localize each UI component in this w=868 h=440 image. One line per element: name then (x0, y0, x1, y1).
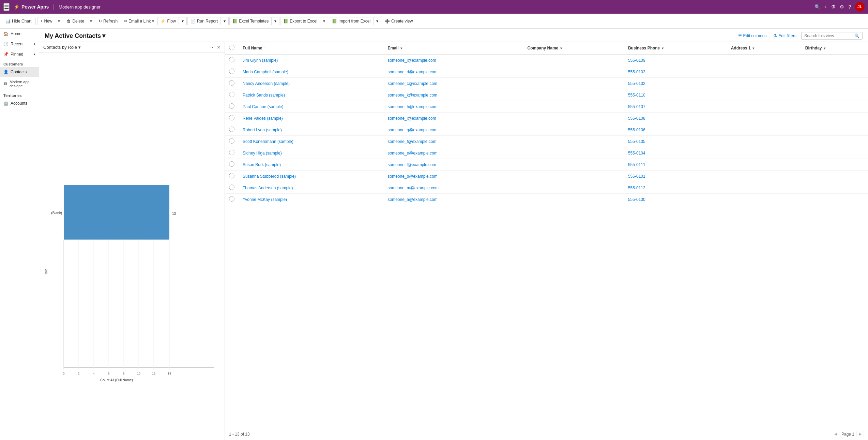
hide-chart-button[interactable]: 📊 Hide Chart (3, 17, 34, 25)
sidebar-item-modern-app[interactable]: 🖥 Modern app designe... (0, 77, 39, 91)
cell-email[interactable]: someone_l@example.com (383, 159, 523, 171)
row-checkbox[interactable] (229, 127, 234, 132)
cell-fullname[interactable]: Thomas Andersen (sample) (239, 182, 383, 194)
cell-phone[interactable]: 555-0104 (624, 147, 727, 159)
delete-dropdown[interactable]: ▾ (87, 17, 95, 25)
cell-email[interactable]: someone_e@example.com (383, 147, 523, 159)
col-header-address[interactable]: Address 1 ▾ (727, 42, 801, 54)
export-excel-button[interactable]: 📗 Export to Excel (280, 17, 320, 25)
create-view-button[interactable]: ➕ Create view (382, 17, 415, 25)
table-row[interactable]: Susan Burk (sample) someone_l@example.co… (225, 159, 868, 171)
table-row[interactable]: Nancy Anderson (sample) someone_c@exampl… (225, 78, 868, 89)
cell-fullname[interactable]: Patrick Sands (sample) (239, 89, 383, 101)
table-row[interactable]: Patrick Sands (sample) someone_k@example… (225, 89, 868, 101)
delete-button[interactable]: 🗑 Delete (64, 17, 87, 25)
row-checkbox[interactable] (229, 80, 234, 86)
cell-fullname[interactable]: Rene Valdes (sample) (239, 113, 383, 124)
col-header-fullname[interactable]: Full Name ↑ (239, 42, 383, 54)
cell-phone[interactable]: 555-0107 (624, 101, 727, 113)
add-icon-btn[interactable]: + (824, 4, 827, 10)
table-row[interactable]: Paul Cannon (sample) someone_h@example.c… (225, 101, 868, 113)
row-checkbox[interactable] (229, 92, 234, 97)
row-checkbox[interactable] (229, 115, 234, 120)
cell-email[interactable]: someone_g@example.com (383, 124, 523, 136)
table-row[interactable]: Maria Campbell (sample) someone_d@exampl… (225, 66, 868, 78)
row-checkbox[interactable] (229, 57, 234, 62)
row-checkbox[interactable] (229, 185, 234, 190)
row-checkbox[interactable] (229, 150, 234, 155)
cell-phone[interactable]: 555-0105 (624, 136, 727, 147)
cell-fullname[interactable]: Scott Konersmann (sample) (239, 136, 383, 147)
col-header-phone[interactable]: Business Phone ▾ (624, 42, 727, 54)
row-checkbox[interactable] (229, 103, 234, 109)
avatar[interactable]: JL (855, 2, 865, 12)
next-page-button[interactable]: ▶ (856, 431, 864, 437)
search-icon-btn[interactable]: 🔍 (814, 4, 820, 10)
table-row[interactable]: Scott Konersmann (sample) someone_f@exam… (225, 136, 868, 147)
cell-fullname[interactable]: Robert Lyon (sample) (239, 124, 383, 136)
sidebar-item-home[interactable]: 🏠 Home (0, 29, 39, 39)
table-row[interactable]: Susanna Stubberod (sample) someone_b@exa… (225, 171, 868, 182)
sidebar-item-contacts[interactable]: 👤 Contacts (0, 67, 39, 77)
row-checkbox[interactable] (229, 161, 234, 167)
table-row[interactable]: Jim Glynn (sample) someone_j@example.com… (225, 54, 868, 66)
run-report-dropdown[interactable]: ▾ (221, 17, 228, 25)
sidebar-item-accounts[interactable]: 🏢 Accounts (0, 98, 39, 108)
cell-fullname[interactable]: Maria Campbell (sample) (239, 66, 383, 78)
cell-fullname[interactable]: Sidney Higa (sample) (239, 147, 383, 159)
settings-icon-btn[interactable]: ⚙ (840, 4, 844, 10)
cell-email[interactable]: someone_k@example.com (383, 89, 523, 101)
cell-email[interactable]: someone_d@example.com (383, 66, 523, 78)
new-button[interactable]: + New (37, 17, 55, 25)
view-title[interactable]: My Active Contacts ▾ (45, 32, 105, 40)
search-input[interactable] (804, 33, 854, 38)
new-dropdown[interactable]: ▾ (55, 17, 63, 25)
excel-templates-button[interactable]: 📗 Excel Templates (230, 17, 272, 25)
cell-fullname[interactable]: Nancy Anderson (sample) (239, 78, 383, 89)
cell-email[interactable]: someone_i@example.com (383, 113, 523, 124)
row-checkbox[interactable] (229, 138, 234, 144)
row-checkbox[interactable] (229, 173, 234, 178)
email-link-button[interactable]: ✉ Email a Link ▾ (121, 17, 157, 25)
cell-phone[interactable]: 555-0109 (624, 54, 727, 66)
cell-fullname[interactable]: Susanna Stubberod (sample) (239, 171, 383, 182)
cell-phone[interactable]: 555-0103 (624, 66, 727, 78)
cell-fullname[interactable]: Jim Glynn (sample) (239, 54, 383, 66)
filter-icon-btn[interactable]: ⚗ (831, 4, 836, 10)
row-checkbox[interactable] (229, 196, 234, 202)
cell-email[interactable]: someone_a@example.com (383, 194, 523, 205)
row-checkbox[interactable] (229, 69, 234, 74)
hamburger-menu[interactable]: ☰ (3, 3, 10, 11)
table-row[interactable]: Thomas Andersen (sample) someone_m@examp… (225, 182, 868, 194)
table-row[interactable]: Sidney Higa (sample) someone_e@example.c… (225, 147, 868, 159)
cell-phone[interactable]: 555-0111 (624, 159, 727, 171)
cell-fullname[interactable]: Susan Burk (sample) (239, 159, 383, 171)
cell-fullname[interactable]: Paul Cannon (sample) (239, 101, 383, 113)
table-row[interactable]: Robert Lyon (sample) someone_g@example.c… (225, 124, 868, 136)
edit-columns-button[interactable]: ☰ Edit columns (736, 32, 769, 40)
chart-close-icon[interactable]: ✕ (217, 45, 220, 50)
import-excel-button[interactable]: 📗 Import from Excel (329, 17, 374, 25)
select-all-checkbox[interactable] (229, 45, 234, 50)
prev-page-button[interactable]: ◀ (832, 431, 839, 437)
edit-filters-button[interactable]: ⚗ Edit filters (771, 32, 798, 40)
import-excel-dropdown[interactable]: ▾ (374, 17, 381, 25)
cell-phone[interactable]: 555-0100 (624, 194, 727, 205)
cell-phone[interactable]: 555-0106 (624, 124, 727, 136)
select-all-header[interactable] (225, 42, 239, 54)
col-header-birthday[interactable]: Birthday ▾ (801, 42, 868, 54)
cell-email[interactable]: someone_b@example.com (383, 171, 523, 182)
cell-email[interactable]: someone_h@example.com (383, 101, 523, 113)
cell-phone[interactable]: 555-0112 (624, 182, 727, 194)
flow-button[interactable]: ⚡ Flow (158, 17, 179, 25)
cell-email[interactable]: someone_c@example.com (383, 78, 523, 89)
col-header-email[interactable]: Email ▾ (383, 42, 523, 54)
flow-dropdown[interactable]: ▾ (179, 17, 186, 25)
run-report-button[interactable]: 📄 Run Report (188, 17, 221, 25)
search-box[interactable]: 🔍 (801, 32, 863, 40)
export-excel-dropdown[interactable]: ▾ (320, 17, 328, 25)
refresh-button[interactable]: ↻ Refresh (96, 17, 120, 25)
cell-phone[interactable]: 555-0102 (624, 78, 727, 89)
cell-phone[interactable]: 555-0108 (624, 113, 727, 124)
help-icon-btn[interactable]: ? (848, 4, 851, 10)
